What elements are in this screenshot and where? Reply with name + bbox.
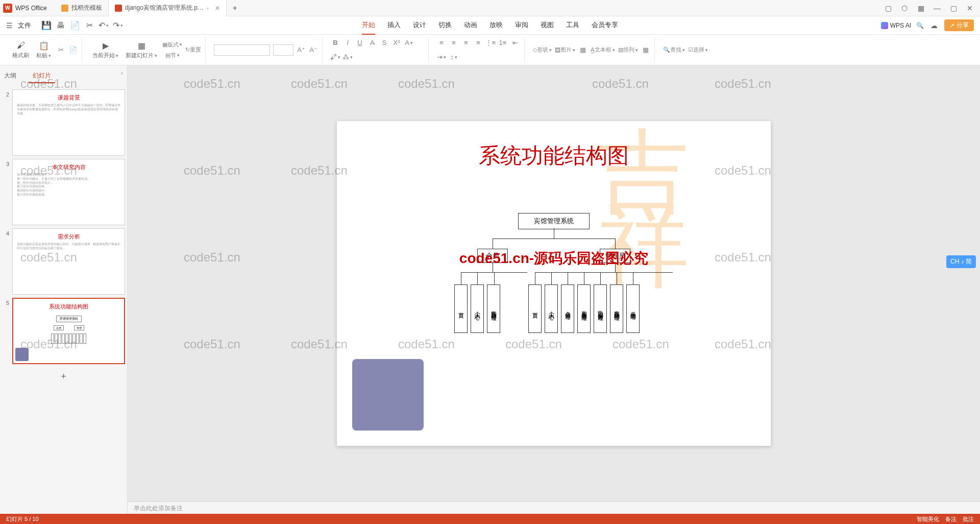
shape-button[interactable]: ◇ 形状▾	[533, 45, 552, 55]
hamburger-icon[interactable]: ☰	[6, 21, 13, 30]
preview-icon[interactable]: 📄	[71, 21, 79, 30]
tab-menu-icon[interactable]: ▫	[207, 5, 209, 12]
image-button[interactable]: 🖼 图片▾	[555, 45, 575, 55]
notes-placeholder[interactable]: 单击此处添加备注	[128, 502, 980, 514]
redo-icon[interactable]: ↷▾	[114, 21, 122, 30]
app-icon: W	[3, 4, 12, 13]
decrease-font-icon[interactable]: A⁻	[309, 45, 318, 55]
tab-document[interactable]: django宾馆酒店管理系统.p… ▫ ✕	[109, 0, 227, 16]
workspace: 大纲 幻灯片 ‹ 2 课题背景 随着科技发展，互联网技术已成为人们生活中不可或缺…	[0, 65, 980, 514]
select-button[interactable]: ☑ 选择▾	[688, 45, 708, 55]
tab-animation[interactable]: 动画	[464, 16, 477, 35]
wps-ai-button[interactable]: WPS AI 🔍	[881, 22, 924, 29]
find-button[interactable]: 🔍 查找▾	[663, 45, 685, 55]
reset-button[interactable]: ↻ 重置	[185, 45, 201, 55]
font-select[interactable]	[214, 44, 270, 56]
italic-button[interactable]: I	[343, 38, 352, 47]
highlight-button[interactable]: 🖍▾	[331, 53, 340, 62]
begin-button[interactable]: ▶当前开始▾	[90, 39, 120, 60]
slide-thumb-2[interactable]: 课题背景 随着科技发展，互联网技术已成为人们生活中不可或缺的一部分...宾馆酒店…	[12, 89, 125, 156]
tab-slideshow[interactable]: 放映	[489, 16, 503, 35]
slide-thumb-4[interactable]: 需求分析 系统功能的完善是系统开发的核心部分，功能设计需求...根据系统用户角色…	[12, 228, 125, 295]
layout-button[interactable]: ▦ 版式▾	[162, 40, 182, 49]
thumb-diagram: 宾馆管理系统 会员 管理	[17, 316, 120, 344]
align-left-icon[interactable]: ≡	[437, 38, 446, 47]
slides-tab[interactable]: 幻灯片	[29, 69, 55, 83]
thumbnails: 2 课题背景 随着科技发展，互联网技术已成为人们生活中不可或缺的一部分...宾馆…	[0, 87, 127, 514]
thumb-title: 系统功能结构图	[17, 303, 120, 311]
ai-icon	[881, 22, 888, 29]
node-roomtype: 客房类型管理	[577, 284, 591, 333]
cube-icon[interactable]: ⬡	[900, 4, 909, 12]
grid-icon[interactable]: ▦	[917, 4, 925, 12]
cloud-icon[interactable]: ☁	[930, 21, 938, 30]
ime-indicator[interactable]: CH ♪ 简	[946, 255, 976, 268]
tab-design[interactable]: 设计	[413, 16, 426, 35]
textbox-button[interactable]: A̲ 文本框▾	[591, 45, 615, 55]
increase-font-icon[interactable]: A⁺	[297, 45, 306, 55]
indent-dec-icon[interactable]: ⇤	[510, 38, 520, 47]
indent-inc-icon[interactable]: ⇥▾	[437, 53, 446, 62]
bold-button[interactable]: B	[331, 38, 340, 47]
numbering-icon[interactable]: 1≡	[498, 38, 507, 47]
beautify-button[interactable]: 智能美化	[917, 515, 939, 523]
notes-button[interactable]: 备注	[945, 515, 957, 523]
slide-thumb-5[interactable]: 系统功能结构图 宾馆管理系统 会员 管理	[12, 298, 125, 364]
close-button[interactable]: ✕	[966, 4, 974, 12]
cut-button[interactable]: ✂	[56, 45, 65, 55]
format-brush-button[interactable]: 🖌格式刷	[10, 39, 31, 60]
font-color-button[interactable]: A▾	[404, 38, 413, 47]
search-icon[interactable]: 🔍	[916, 22, 924, 29]
collapse-icon[interactable]: ‹	[121, 69, 123, 83]
cut-icon[interactable]: ✂	[85, 21, 93, 30]
align-center-icon[interactable]: ≡	[449, 38, 458, 47]
node-home2: 首页	[528, 284, 542, 333]
copy-button[interactable]: 📄	[68, 45, 78, 55]
outline-tab[interactable]: 大纲	[0, 69, 20, 83]
size-select[interactable]	[273, 44, 293, 56]
tab-transition[interactable]: 切换	[438, 16, 452, 35]
close-icon[interactable]: ✕	[215, 5, 220, 12]
maximize-button[interactable]: ▢	[949, 4, 958, 12]
extra-icon[interactable]: ▦	[578, 45, 587, 55]
tab-member[interactable]: 会员专享	[592, 16, 618, 35]
section-button[interactable]: ▤ 节▾	[162, 51, 182, 60]
file-menu[interactable]: 文件	[18, 21, 31, 30]
thumb-row: 4 需求分析 系统功能的完善是系统开发的核心部分，功能设计需求...根据系统用户…	[2, 228, 125, 295]
panel-icon[interactable]: ▢	[884, 4, 892, 12]
tab-start[interactable]: 开始	[362, 16, 375, 35]
arrange-button[interactable]: ▧ 排列▾	[618, 45, 638, 55]
current-slide[interactable]: 吉祥 系统功能结构图 宾馆管理系统 会员 管理员	[337, 121, 771, 446]
add-tab-button[interactable]: +	[227, 0, 243, 16]
canvas-area: 吉祥 系统功能结构图 宾馆管理系统 会员 管理员	[128, 65, 980, 514]
format-button[interactable]: ⁂▾	[343, 53, 352, 62]
thumb-number: 4	[2, 228, 9, 295]
share-button[interactable]: ↗ 分享	[944, 19, 974, 31]
print-icon[interactable]: 🖶	[57, 21, 65, 30]
paste-button[interactable]: 📋粘贴▾	[34, 39, 53, 60]
underline-button[interactable]: U	[355, 38, 364, 47]
line-spacing-icon[interactable]: ↕▾	[449, 53, 458, 62]
slide-thumb-3[interactable]: 本文研究内容 本文主要研究内容如下：第一部分为绪论，主要介绍了目前电脑技术发展状…	[12, 159, 125, 225]
bullets-icon[interactable]: ⋮≡	[486, 38, 495, 47]
node-booking: 客房预订管理	[487, 284, 500, 333]
new-slide-button[interactable]: ▦新建幻灯片▾	[124, 39, 159, 60]
undo-icon[interactable]: ↶▾	[100, 21, 108, 30]
add-slide-button[interactable]: +	[2, 367, 125, 386]
save-icon[interactable]: 💾	[42, 21, 51, 30]
strike-button[interactable]: A̶	[368, 38, 377, 47]
align-right-icon[interactable]: ≡	[461, 38, 471, 47]
justify-icon[interactable]: ≡	[474, 38, 483, 47]
menu-right: WPS AI 🔍 ☁ ↗ 分享	[881, 19, 974, 31]
minimize-button[interactable]: —	[933, 4, 941, 12]
strikethrough-button[interactable]: S	[380, 38, 389, 47]
extra2-icon[interactable]: ▦	[641, 45, 650, 55]
tab-review[interactable]: 审阅	[515, 16, 528, 35]
superscript-button[interactable]: X²	[392, 38, 401, 47]
comments-button[interactable]: 批注	[963, 515, 974, 523]
tab-insert[interactable]: 插入	[387, 16, 401, 35]
tab-view[interactable]: 视图	[541, 16, 554, 35]
node-member-mgmt: 会员管理	[561, 284, 574, 333]
tab-tools[interactable]: 工具	[566, 16, 579, 35]
tab-template[interactable]: 找稻壳模板	[55, 0, 109, 16]
